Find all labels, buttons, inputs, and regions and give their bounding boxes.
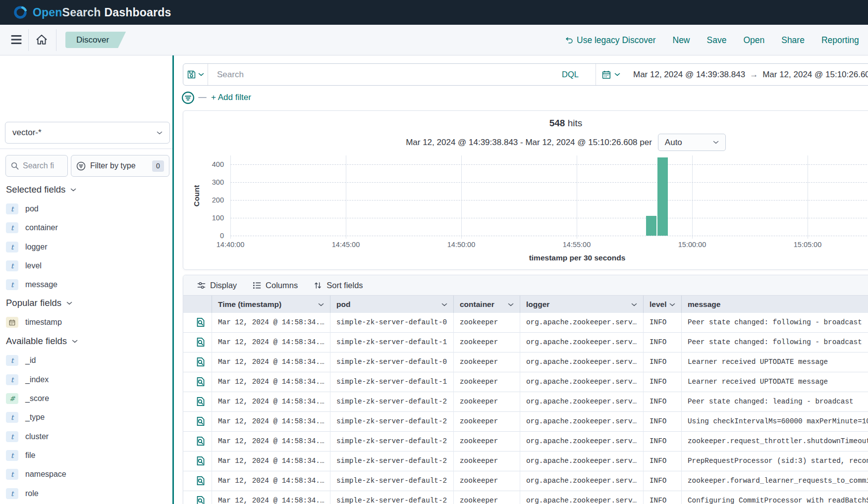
search-input[interactable]: Search DQL — [208, 64, 596, 85]
table-header-row: Time (timestamp) pod container logger le… — [183, 295, 868, 313]
available-fields-header[interactable]: Available fields — [6, 336, 78, 347]
columns-button[interactable]: Columns — [253, 281, 298, 290]
index-pattern-value: vector-* — [12, 128, 42, 138]
sidebar-field-message[interactable]: tmessage — [6, 279, 57, 290]
date-to[interactable]: Mar 12, 2024 @ 15:10:26.608 — [762, 70, 868, 80]
expand-row-button[interactable] — [195, 397, 206, 407]
sidebar-resize-handle[interactable] — [172, 55, 174, 504]
use-legacy-discover-button[interactable]: Use legacy Discover — [566, 35, 656, 46]
chevron-down-icon[interactable] — [318, 303, 324, 306]
nav-separator — [28, 29, 29, 51]
sidebar-field-level[interactable]: tlevel — [6, 260, 42, 271]
columns-list-icon — [253, 281, 261, 290]
expand-row-button[interactable] — [195, 377, 206, 388]
cell-time: Mar 12, 2024 @ 14:58:34.… — [212, 333, 330, 353]
menu-hamburger-icon[interactable] — [11, 35, 22, 44]
expand-row-button[interactable] — [195, 317, 206, 328]
sidebar-field-namespace[interactable]: tnamespace — [6, 469, 66, 480]
cell-pod: simple-zk-server-default-2 — [330, 471, 453, 491]
expand-row-button[interactable] — [195, 436, 206, 447]
cell-level: INFO — [643, 392, 681, 412]
results-table-panel: Display Columns Sort fields Time (timest… — [183, 275, 868, 504]
expand-row-button[interactable] — [195, 496, 206, 504]
filter-icon[interactable] — [181, 91, 195, 104]
x-tick-label: 14:45:00 — [322, 241, 370, 249]
cell-container: zookeeper — [453, 412, 520, 432]
breadcrumb[interactable]: Discover — [65, 32, 126, 48]
chevron-down-icon[interactable] — [508, 303, 514, 306]
popular-fields-header[interactable]: Popular fields — [6, 298, 72, 308]
cell-pod: simple-zk-server-default-2 — [330, 452, 453, 471]
query-language-button[interactable]: DQL — [562, 70, 579, 79]
string-type-badge: t — [6, 488, 18, 499]
reporting-button[interactable]: Reporting — [821, 35, 859, 46]
header-message[interactable]: message — [681, 296, 868, 313]
cell-pod: simple-zk-server-default-0 — [330, 313, 453, 333]
histogram-bar[interactable] — [657, 157, 668, 236]
chevron-down-icon[interactable] — [669, 303, 675, 306]
cell-message: Configuring CommitProcessor with readBat… — [681, 491, 868, 504]
sidebar-field-file[interactable]: tfile — [6, 450, 35, 461]
expand-row-button[interactable] — [195, 416, 206, 427]
sidebar-field-index[interactable]: t_index — [6, 374, 49, 385]
date-from[interactable]: Mar 12, 2024 @ 14:39:38.843 — [633, 70, 745, 80]
cell-level: INFO — [643, 313, 681, 333]
sidebar-field-id[interactable]: t_id — [6, 355, 36, 366]
sidebar-field-type[interactable]: t_type — [6, 412, 45, 423]
cell-logger: org.apache.zookeeper.serv… — [520, 432, 643, 452]
header-container[interactable]: container — [453, 296, 520, 313]
header-logger[interactable]: logger — [520, 296, 643, 313]
header-level[interactable]: level — [643, 296, 681, 313]
search-icon — [11, 162, 19, 170]
sidebar-field-cluster[interactable]: tcluster — [6, 431, 49, 442]
sidebar-field-timestamp[interactable]: timestamp — [6, 317, 62, 328]
field-name: _score — [25, 394, 49, 403]
save-query-icon — [187, 70, 196, 79]
new-button[interactable]: New — [673, 35, 690, 46]
string-type-badge: t — [6, 469, 18, 480]
sidebar-field-logger[interactable]: tlogger — [6, 242, 47, 252]
share-button[interactable]: Share — [781, 35, 805, 46]
sidebar-field-container[interactable]: tcontainer — [6, 222, 58, 233]
chevron-down-icon[interactable] — [441, 303, 447, 306]
x-tick-label: 14:40:00 — [207, 241, 254, 249]
cell-container: zookeeper — [453, 353, 520, 372]
cell-time: Mar 12, 2024 @ 14:58:34.… — [212, 372, 330, 392]
header-pod[interactable]: pod — [330, 296, 453, 313]
filter-by-type-button[interactable]: Filter by type 0 — [71, 155, 169, 177]
field-name: timestamp — [25, 318, 62, 327]
app-header: OpenSearchDashboards — [0, 0, 868, 25]
header-time[interactable]: Time (timestamp) — [212, 296, 330, 313]
index-pattern-select[interactable]: vector-* — [5, 122, 170, 144]
sort-fields-button[interactable]: Sort fields — [314, 281, 363, 290]
table-toolbar: Display Columns Sort fields — [183, 275, 868, 295]
saved-query-menu-button[interactable] — [183, 64, 208, 85]
home-icon[interactable] — [36, 34, 48, 45]
chevron-down-icon[interactable] — [631, 303, 637, 306]
add-filter-button[interactable]: + Add filter — [211, 93, 251, 102]
expand-row-button[interactable] — [195, 357, 206, 368]
open-button[interactable]: Open — [743, 35, 764, 46]
table-row: Mar 12, 2024 @ 14:58:34.… simple-zk-serv… — [183, 452, 868, 471]
date-picker[interactable]: Mar 12, 2024 @ 14:39:38.843 → Mar 12, 20… — [596, 64, 868, 85]
field-search-input[interactable]: Search fi — [5, 155, 68, 177]
expand-row-button[interactable] — [195, 337, 206, 348]
expand-row-button[interactable] — [195, 456, 206, 467]
toolbar-label: Display — [210, 281, 237, 290]
cell-container: zookeeper — [453, 491, 520, 504]
sidebar-field-pod[interactable]: tpod — [6, 203, 39, 214]
number-type-badge: # — [6, 393, 18, 404]
gridline — [461, 155, 462, 239]
save-button[interactable]: Save — [707, 35, 727, 46]
display-button[interactable]: Display — [197, 281, 237, 290]
x-tick-label: 14:55:00 — [553, 241, 600, 249]
expand-row-button[interactable] — [195, 476, 206, 487]
cell-logger: org.apache.zookeeper.serv… — [520, 353, 643, 372]
table-row: Mar 12, 2024 @ 14:58:34.… simple-zk-serv… — [183, 392, 868, 412]
cell-logger: org.apache.zookeeper.serv… — [520, 471, 643, 491]
selected-fields-header[interactable]: Selected fields — [6, 184, 76, 195]
sidebar-field-role[interactable]: trole — [6, 488, 39, 499]
histogram-bar[interactable] — [646, 216, 656, 236]
nav-separator — [56, 29, 56, 51]
sidebar-field-score[interactable]: #_score — [6, 393, 49, 404]
